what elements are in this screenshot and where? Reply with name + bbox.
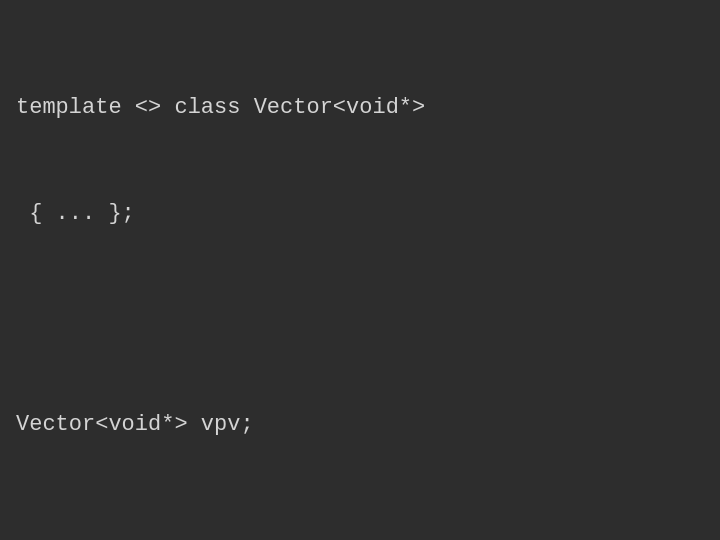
code-line-1: template <> class Vector<void*> — [16, 90, 425, 125]
code-line-2: { ... }; — [16, 196, 425, 231]
code-line-3 — [16, 302, 425, 337]
code-line-4: Vector<void*> vpv; — [16, 407, 425, 442]
code-block: template <> class Vector<void*> { ... };… — [0, 0, 441, 497]
